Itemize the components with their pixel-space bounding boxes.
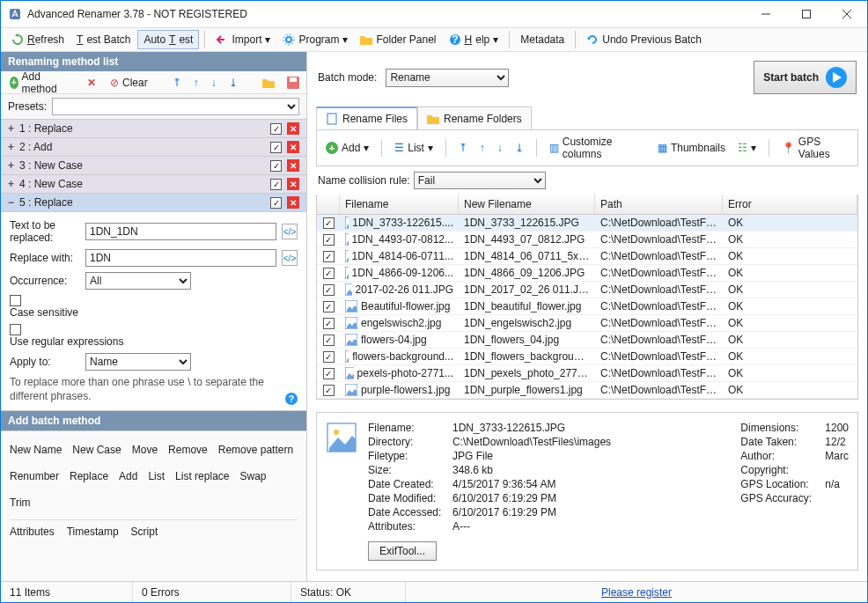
tab-rename-files[interactable]: Rename Files	[316, 107, 417, 129]
open-button[interactable]	[259, 76, 278, 90]
method-checkbox[interactable]: ✓	[270, 160, 282, 172]
metadata-button[interactable]: Metadata	[515, 31, 570, 48]
display-menu[interactable]: ☷▾	[734, 140, 760, 156]
add-files-button[interactable]: +Add ▾	[322, 140, 372, 156]
method-remove-button[interactable]: ✕	[287, 178, 299, 190]
col-filename[interactable]: Filename	[340, 195, 459, 214]
regex-checkbox[interactable]: Use regular expressions	[10, 324, 123, 348]
file-row[interactable]: ✓1DN_4493-07-0812...1DN_4493_07_0812.JPG…	[317, 232, 857, 248]
folder-panel-button[interactable]: Folder Panel	[355, 31, 441, 48]
add-batch-item[interactable]: List replace	[175, 468, 229, 484]
add-batch-item[interactable]: Remove pattern	[218, 442, 293, 458]
col-error[interactable]: Error	[723, 195, 857, 214]
method-remove-button[interactable]: ✕	[287, 196, 299, 209]
tag-button-1[interactable]: </>	[282, 224, 298, 239]
import-menu[interactable]: Import ▾	[210, 31, 276, 48]
method-checkbox[interactable]: ✓	[270, 123, 282, 135]
add-method-button[interactable]: +Add method	[6, 69, 64, 97]
file-row[interactable]: ✓engelswisch2.jpg1DN_engelswisch2.jpgC:\…	[317, 315, 857, 332]
batch-mode-select[interactable]: Rename	[386, 69, 509, 87]
register-link[interactable]: Please register	[601, 586, 672, 599]
customize-columns-button[interactable]: ▥Customize columns	[546, 134, 649, 162]
batch-tab[interactable]: Timestamp	[67, 526, 119, 538]
file-row[interactable]: ✓1DN_4814-06-0711...1DN_4814_06_0711_5x7…	[317, 248, 857, 265]
occurrence-select[interactable]: All	[85, 272, 191, 290]
row-checkbox[interactable]: ✓	[323, 351, 335, 363]
method-checkbox[interactable]: ✓	[270, 179, 282, 190]
auto-test-button[interactable]: Auto Test	[137, 30, 199, 49]
row-checkbox[interactable]: ✓	[323, 284, 335, 296]
file-row[interactable]: ✓Beautiful-flower.jpg1DN_beautiful_flowe…	[317, 298, 857, 315]
add-batch-item[interactable]: Add	[119, 468, 137, 484]
method-remove-button[interactable]: ✕	[287, 122, 299, 135]
start-batch-button[interactable]: Start batch	[754, 61, 857, 94]
apply-to-select[interactable]: Name	[85, 353, 191, 371]
collision-select[interactable]: Fail	[414, 172, 546, 189]
batch-tab[interactable]: Attributes	[10, 526, 55, 538]
row-checkbox[interactable]: ✓	[323, 268, 335, 279]
batch-tab[interactable]: Script	[131, 526, 158, 538]
case-sensitive-checkbox[interactable]: Case sensitive	[10, 295, 78, 319]
add-batch-item[interactable]: Remove	[168, 442, 208, 458]
row-checkbox[interactable]: ✓	[323, 251, 335, 262]
files-down-button[interactable]: ↓	[494, 140, 506, 156]
row-checkbox[interactable]: ✓	[323, 301, 335, 313]
test-batch-button[interactable]: Test Batch	[71, 31, 136, 48]
row-checkbox[interactable]: ✓	[323, 368, 335, 379]
method-item[interactable]: +2 : Add✓✕	[1, 138, 306, 157]
replace-with-input[interactable]	[85, 249, 276, 267]
refresh-button[interactable]: RRefreshefresh	[6, 31, 70, 48]
move-bottom-button[interactable]: ⤓	[225, 75, 241, 91]
add-batch-item[interactable]: New Name	[10, 442, 62, 458]
add-batch-item[interactable]: Renumber	[10, 468, 59, 484]
add-batch-item[interactable]: Trim	[10, 495, 31, 511]
method-item[interactable]: −5 : Replace✓✕	[1, 194, 306, 212]
file-row[interactable]: ✓2017-02-26 011.JPG1DN_2017_02_26 011.JP…	[317, 282, 857, 298]
files-bottom-button[interactable]: ⤓	[511, 140, 527, 156]
gps-values-button[interactable]: 📍GPS Values	[778, 134, 852, 162]
row-checkbox[interactable]: ✓	[323, 318, 335, 329]
close-button[interactable]	[827, 1, 867, 27]
add-batch-item[interactable]: List	[148, 468, 165, 484]
file-row[interactable]: ✓flowers-background...1DN_flowers_backgr…	[317, 349, 857, 365]
list-menu[interactable]: ☰List ▾	[391, 140, 437, 156]
col-new-filename[interactable]: New Filename	[459, 195, 595, 214]
row-checkbox[interactable]: ✓	[323, 335, 335, 346]
files-up-button[interactable]: ↑	[476, 140, 489, 156]
col-path[interactable]: Path	[595, 195, 723, 214]
file-row[interactable]: ✓pexels-photo-2771...1DN_pexels_photo_27…	[317, 365, 857, 382]
tab-rename-folders[interactable]: Rename Folders	[417, 107, 532, 129]
move-top-button[interactable]: ⤒	[169, 75, 185, 91]
minimize-button[interactable]	[746, 1, 786, 27]
file-row[interactable]: ✓1DN_4866-09-1206...1DN_4866_09_1206.JPG…	[317, 265, 857, 282]
add-batch-item[interactable]: Swap	[239, 468, 266, 484]
file-row[interactable]: ✓purple-flowers1.jpg1DN_purple_flowers1.…	[317, 382, 857, 399]
file-row[interactable]: ✓1DN_3733-122615....1DN_3733_122615.JPGC…	[317, 215, 857, 232]
save-button[interactable]	[283, 75, 303, 91]
files-top-button[interactable]: ⤒	[455, 140, 471, 156]
add-batch-item[interactable]: Move	[132, 442, 158, 458]
add-batch-item[interactable]: New Case	[72, 442, 121, 458]
move-down-button[interactable]: ↓	[208, 75, 220, 91]
method-remove-button[interactable]: ✕	[287, 159, 299, 172]
row-checkbox[interactable]: ✓	[323, 217, 335, 229]
method-item[interactable]: +1 : Replace✓✕	[1, 120, 306, 138]
row-checkbox[interactable]: ✓	[323, 234, 335, 246]
undo-batch-button[interactable]: Undo Previous Batch	[581, 31, 707, 48]
tag-button-2[interactable]: </>	[282, 250, 298, 266]
file-row[interactable]: ✓flowers-04.jpg1DN_flowers_04.jpgC:\NetD…	[317, 332, 857, 349]
clear-methods-button[interactable]: ⊘Clear	[107, 75, 151, 91]
method-item[interactable]: +3 : New Case✓✕	[1, 157, 306, 175]
help-menu[interactable]: ?Help ▾	[444, 31, 504, 48]
exiftool-button[interactable]: ExifTool...	[368, 541, 437, 561]
delete-method-button[interactable]: ✕	[82, 75, 101, 91]
row-checkbox[interactable]: ✓	[323, 385, 335, 396]
method-item[interactable]: +4 : New Case✓✕	[1, 175, 306, 194]
maximize-button[interactable]	[786, 1, 827, 27]
presets-select[interactable]	[52, 98, 299, 115]
text-replace-input[interactable]	[85, 223, 276, 240]
thumbnails-button[interactable]: ▦Thumbnails	[654, 140, 729, 156]
add-batch-item[interactable]: Replace	[70, 468, 108, 484]
method-remove-button[interactable]: ✕	[287, 141, 299, 153]
program-menu[interactable]: Program ▾	[277, 31, 353, 48]
